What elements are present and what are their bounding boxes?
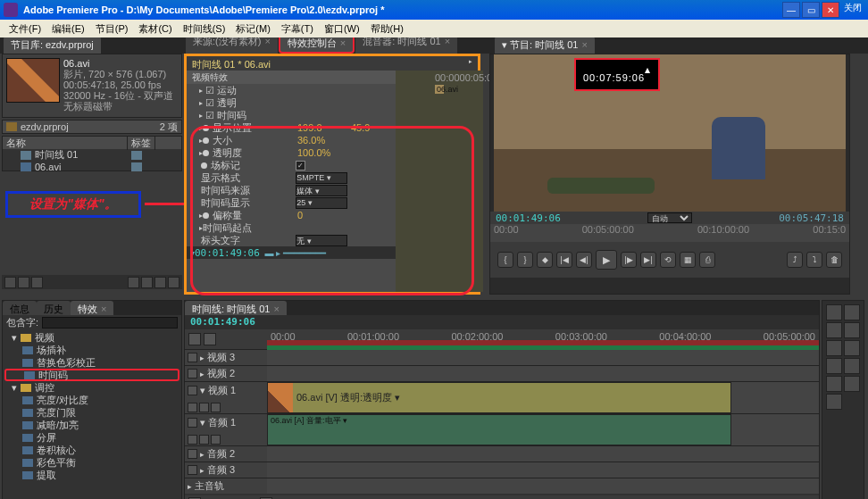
export-frame-button[interactable]: ⎙ xyxy=(699,252,715,268)
program-view[interactable]: 00:07:59:06▴ xyxy=(494,54,846,212)
track-opt-button[interactable] xyxy=(188,403,197,412)
extract-button[interactable]: ⤵ xyxy=(806,252,822,268)
menu-edit[interactable]: 编辑(E) xyxy=(46,22,90,36)
menu-marker[interactable]: 标记(M) xyxy=(230,22,276,36)
ripple-tool[interactable] xyxy=(826,322,842,338)
track-opt-button[interactable] xyxy=(188,435,197,445)
new-item-button[interactable] xyxy=(154,277,166,288)
track-audio1[interactable]: ▾ 音频 1 06.avi [A] 音量:电平 ▾ xyxy=(185,413,819,445)
tab-history[interactable]: 历史 xyxy=(37,301,71,315)
fx-property-row[interactable]: ▸ ☑ 透明 xyxy=(187,96,396,109)
rolling-tool[interactable] xyxy=(844,322,860,338)
tab-audiomixer[interactable]: 混音器: 时间线 01× xyxy=(355,37,457,54)
find-button[interactable] xyxy=(128,277,139,288)
track-opt-button[interactable] xyxy=(199,403,209,412)
fx-property-row[interactable]: ▸大小36.0% xyxy=(187,134,396,146)
selection-tool[interactable] xyxy=(826,304,842,320)
fx-property-row[interactable]: 显示格式SMPTE ▾ xyxy=(187,171,396,184)
track-video2[interactable]: ▸ 视频 2 xyxy=(185,365,819,381)
minimize-button[interactable]: — xyxy=(782,2,800,18)
eye-icon[interactable] xyxy=(188,353,197,362)
tab-timeline[interactable]: 时间线: 时间线 01× xyxy=(185,301,287,315)
tree-node[interactable]: 替换色彩校正 xyxy=(4,356,179,369)
eye-icon[interactable] xyxy=(188,369,197,378)
fx-property-row[interactable]: ▸透明度100.0% xyxy=(187,146,396,159)
go-out-button[interactable]: ▶| xyxy=(640,252,656,268)
tab-source[interactable]: 来源:(没有素材)× xyxy=(186,37,278,54)
snap-button[interactable] xyxy=(188,333,201,345)
timeline-tc[interactable]: 00:01:49:06 xyxy=(185,315,819,329)
menu-clip[interactable]: 素材(C) xyxy=(133,22,177,36)
fx-property-row[interactable]: ▸ ☑ 运动 xyxy=(187,84,396,96)
speaker-icon[interactable] xyxy=(188,465,197,475)
tree-node[interactable]: 卷积核心 xyxy=(4,444,179,456)
tree-node[interactable]: ▾视频 xyxy=(4,331,179,344)
track-video3[interactable]: ▸ 视频 3 xyxy=(185,349,819,365)
hand-tool[interactable] xyxy=(844,376,860,392)
slip-tool[interactable] xyxy=(826,358,842,374)
track-audio3[interactable]: ▸ 音频 3 xyxy=(185,462,819,478)
trash-button[interactable]: 🗑 xyxy=(826,252,842,268)
close-button[interactable]: ✕ xyxy=(822,2,839,18)
step-fwd-button[interactable]: |▶ xyxy=(621,252,637,268)
maximize-button[interactable]: ▭ xyxy=(802,2,820,18)
icon-view-button[interactable] xyxy=(18,277,29,288)
out-point-button[interactable]: } xyxy=(517,252,533,268)
speaker-icon[interactable] xyxy=(188,418,197,428)
fx-property-row[interactable]: 场标记✓ xyxy=(187,159,396,171)
tree-node[interactable]: 减暗/加亮 xyxy=(4,419,179,431)
pen-tool[interactable] xyxy=(826,376,842,392)
program-tc-left[interactable]: 00:01:49:06 xyxy=(496,212,561,223)
tree-node[interactable]: 提取 xyxy=(4,469,179,481)
tab-project[interactable]: 节目库: ezdv.prproj xyxy=(4,37,101,54)
slide-tool[interactable] xyxy=(844,358,860,374)
tree-node[interactable]: 时间码 xyxy=(4,369,179,381)
timeline-ruler[interactable]: 00:00 00:01:00:00 00:02:00:00 00:03:00:0… xyxy=(267,329,819,349)
menu-window[interactable]: 窗口(W) xyxy=(319,22,365,36)
clip-thumbnail[interactable] xyxy=(6,58,60,103)
list-view-button[interactable] xyxy=(4,277,16,288)
in-point-button[interactable]: { xyxy=(497,252,513,268)
program-ruler[interactable]: 00:00 00:05:00:00 00:10:00:00 00:15:0 xyxy=(490,224,849,242)
tree-node[interactable]: 亮度/对比度 xyxy=(4,394,179,406)
zoom-tool[interactable] xyxy=(826,394,842,410)
fx-property-row[interactable]: 标头文字无 ▾ xyxy=(187,234,396,246)
track-opt-button[interactable] xyxy=(211,435,221,445)
delete-button[interactable] xyxy=(168,277,179,288)
safe-margins-button[interactable]: ▦ xyxy=(680,252,696,268)
fx-tc-value[interactable]: 00:01:49:06 xyxy=(195,247,260,259)
track-opt-button[interactable] xyxy=(211,403,221,412)
tree-node[interactable]: 亮度门限 xyxy=(4,406,179,419)
project-item-timeline[interactable]: 时间线 01 xyxy=(3,149,181,161)
loop-button[interactable]: ⟲ xyxy=(660,252,676,268)
project-row[interactable]: ezdv.prproj 2 项 xyxy=(2,120,182,134)
menu-timeline[interactable]: 时间线(S) xyxy=(178,22,231,36)
tab-info[interactable]: 信息 xyxy=(3,301,37,315)
fx-property-row[interactable]: 时间码显示25 ▾ xyxy=(187,196,396,209)
tree-node[interactable]: 彩色平衡 xyxy=(4,456,179,469)
step-back-button[interactable]: ◀| xyxy=(576,252,592,268)
auto-sequence-button[interactable] xyxy=(31,277,43,288)
fx-mini-clip[interactable]: 06.avi xyxy=(435,85,444,94)
razor-tool[interactable] xyxy=(844,340,860,356)
eye-icon[interactable] xyxy=(188,386,197,395)
fx-property-row[interactable]: ▸显示位置199.045.9 xyxy=(187,121,396,134)
fx-property-row[interactable]: 时间码来源媒体 ▾ xyxy=(187,184,396,196)
lift-button[interactable]: ⤴ xyxy=(787,252,803,268)
effects-search-input[interactable] xyxy=(42,317,178,329)
track-master[interactable]: ▸ 主音轨 xyxy=(185,478,819,494)
fx-property-row[interactable]: ▸ ☑ 时间码 xyxy=(187,109,396,121)
rate-tool[interactable] xyxy=(826,340,842,356)
video-clip[interactable]: 06.avi [V] 透明:透明度 ▾ xyxy=(267,382,731,413)
project-item-clip[interactable]: 06.avi xyxy=(3,161,181,172)
fx-property-row[interactable]: ▸时间码起点 xyxy=(187,221,396,234)
audio-clip[interactable]: 06.avi [A] 音量:电平 ▾ xyxy=(267,414,731,445)
zoom-slider[interactable] xyxy=(204,333,216,345)
menu-help[interactable]: 帮助(H) xyxy=(365,22,409,36)
tab-program-monitor[interactable]: ▾ 节目: 时间线 01× xyxy=(495,37,595,54)
menu-program[interactable]: 节目(P) xyxy=(90,22,134,36)
menu-title[interactable]: 字幕(T) xyxy=(276,22,319,36)
fx-property-row[interactable]: ▸偏称量0 xyxy=(187,209,396,221)
track-opt-button[interactable] xyxy=(199,435,209,445)
tree-node[interactable]: ▾调控 xyxy=(4,381,179,394)
